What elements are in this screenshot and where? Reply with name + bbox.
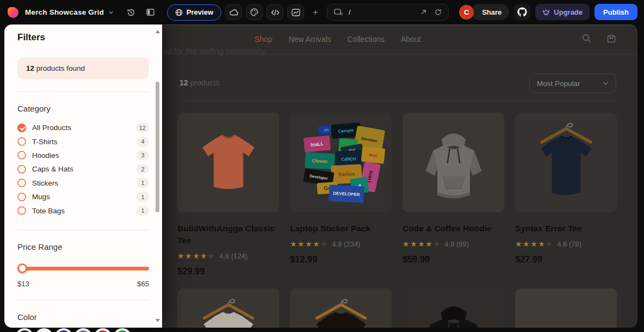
slider-knob[interactable]	[17, 263, 27, 273]
radio-icon[interactable]	[17, 206, 26, 215]
product-image-black-shirt[interactable]	[290, 288, 392, 328]
radio-icon[interactable]	[17, 124, 26, 132]
star-icon: ★	[313, 239, 320, 248]
user-avatar[interactable]: C	[459, 5, 474, 20]
nav-item-about[interactable]: About	[401, 35, 421, 44]
star-icon: ★	[200, 251, 208, 260]
filters-title: Filters	[17, 32, 149, 43]
slider-track[interactable]	[17, 267, 149, 270]
category-option-t-shirts[interactable]: T-Shirts 4	[17, 134, 149, 148]
share-button[interactable]: Share	[471, 4, 509, 20]
product-card[interactable]: Code & Coffee Hoodie ★★★★★ 4.9 (89) $59.…	[403, 113, 504, 288]
star-icon: ★	[433, 239, 441, 248]
category-option-caps-hats[interactable]: Caps & Hats 2	[17, 162, 149, 176]
star-icon: ★	[403, 239, 410, 248]
product-image-navy-tee[interactable]	[515, 113, 617, 212]
product-image-sticker-pack[interactable]: GD Cample Develoer InaLL Wher Olevec Cdf…	[290, 113, 392, 212]
divider	[17, 230, 149, 230]
product-image-white-shirt[interactable]	[177, 288, 279, 328]
product-card[interactable]: BuildWithAngga Classic Tee ★★★★★ 4.8 (12…	[177, 113, 279, 288]
breakpoint-icon[interactable]: 0	[334, 9, 343, 16]
filters-drawer: Filters 12 products found Category All P…	[4, 24, 162, 328]
app-logo-icon[interactable]	[8, 7, 18, 18]
search-icon[interactable]	[582, 34, 591, 43]
category-option-hoodies[interactable]: Hoodies 3	[17, 149, 149, 162]
category-option-tote-bags[interactable]: Tote Bags 1	[17, 204, 149, 217]
count-badge: 4	[137, 137, 149, 147]
count-badge: 2	[137, 164, 149, 174]
product-price: $12.99	[290, 254, 392, 265]
results-banner: 12 products found	[17, 57, 149, 79]
product-image-gray-hoodie[interactable]	[403, 113, 504, 212]
product-image-orange-tee[interactable]	[177, 113, 279, 212]
price-slider[interactable]	[17, 263, 149, 273]
product-rating: ★★★★★ 4.6 (78)	[515, 239, 617, 248]
add-page-button[interactable]: +	[309, 7, 321, 18]
nav-item-new-arrivals[interactable]: New Arrivals	[289, 35, 331, 44]
category-option-stickers[interactable]: Stickers 1	[17, 176, 149, 190]
preview-button[interactable]: Preview	[167, 4, 221, 21]
drawer-scrollbar[interactable]	[155, 27, 160, 325]
app-toolbar: Merch Showcase Grid Preview +	[0, 0, 644, 24]
project-menu-chevron-icon[interactable]	[108, 10, 114, 15]
cart-bag-icon[interactable]	[607, 34, 616, 43]
refresh-icon[interactable]	[435, 9, 442, 16]
github-button[interactable]	[514, 4, 530, 20]
count-badge: 1	[137, 206, 149, 216]
scroll-down-icon[interactable]	[156, 319, 160, 322]
cloud-export-button[interactable]	[225, 4, 242, 20]
category-list: All Products 12 T-Shirts 4 Hoodies 3 Cap…	[17, 121, 149, 218]
nav-item-collections[interactable]: Collections	[348, 35, 385, 44]
scroll-up-icon[interactable]	[156, 30, 160, 33]
project-title[interactable]: Merch Showcase Grid	[25, 8, 104, 16]
product-image-black-cap[interactable]	[515, 288, 617, 328]
product-card[interactable]	[403, 288, 504, 328]
scrollbar-thumb[interactable]	[156, 82, 159, 212]
category-option-mugs[interactable]: Mugs 1	[17, 190, 149, 204]
count-badge: 1	[137, 178, 149, 188]
divider	[17, 300, 149, 300]
product-rating: ★★★★★ 4.8 (124)	[177, 251, 279, 260]
chevron-down-icon	[603, 81, 609, 85]
preview-url-bar[interactable]: 0 /	[327, 4, 449, 21]
price-min: $13	[17, 280, 29, 288]
sort-dropdown[interactable]: Most Popular	[529, 73, 616, 93]
radio-icon[interactable]	[17, 179, 26, 187]
product-grid: BuildWithAngga Classic Tee ★★★★★ 4.8 (12…	[177, 113, 617, 328]
globe-icon	[175, 9, 183, 16]
radio-icon[interactable]	[17, 151, 26, 159]
url-path[interactable]: /	[349, 8, 420, 16]
version-history-icon[interactable]	[123, 5, 139, 20]
star-icon: ★	[418, 239, 425, 248]
open-external-icon[interactable]	[420, 9, 427, 16]
sidebar-toggle-icon[interactable]	[143, 5, 158, 20]
code-button[interactable]	[267, 4, 283, 20]
star-icon: ★	[298, 239, 305, 248]
category-option-all-products[interactable]: All Products 12	[17, 121, 149, 134]
count-badge: 3	[137, 150, 149, 161]
star-icon: ★	[177, 251, 185, 260]
nav-item-shop[interactable]: Shop	[255, 35, 273, 44]
radio-icon[interactable]	[17, 193, 26, 201]
star-icon: ★	[185, 251, 193, 260]
product-name[interactable]: BuildWithAngga Classic Tee	[177, 223, 279, 247]
star-icon: ★	[208, 251, 215, 260]
product-card[interactable]	[177, 288, 279, 328]
star-icon: ★	[538, 239, 546, 248]
radio-icon[interactable]	[17, 165, 26, 174]
product-price: $29.99	[177, 266, 279, 276]
star-icon: ★	[523, 239, 530, 248]
theme-palette-button[interactable]	[246, 4, 263, 20]
upgrade-button[interactable]: Upgrade	[535, 4, 590, 20]
product-card[interactable]: Syntax Error Tee ★★★★★ 4.6 (78) $27.99	[515, 113, 617, 288]
product-card[interactable]	[515, 288, 617, 328]
product-card[interactable]: GD Cample Develoer InaLL Wher Olevec Cdf…	[290, 113, 392, 288]
radio-icon[interactable]	[17, 137, 26, 146]
publish-button[interactable]: Publish	[595, 4, 637, 20]
product-card[interactable]	[290, 288, 392, 328]
product-name[interactable]: Laptop Sticker Pack	[290, 223, 392, 235]
product-name[interactable]: Code & Coffee Hoodie	[403, 223, 504, 235]
product-name[interactable]: Syntax Error Tee	[515, 223, 617, 235]
analytics-button[interactable]	[287, 4, 304, 20]
product-image-black-hoodie[interactable]	[403, 288, 504, 328]
